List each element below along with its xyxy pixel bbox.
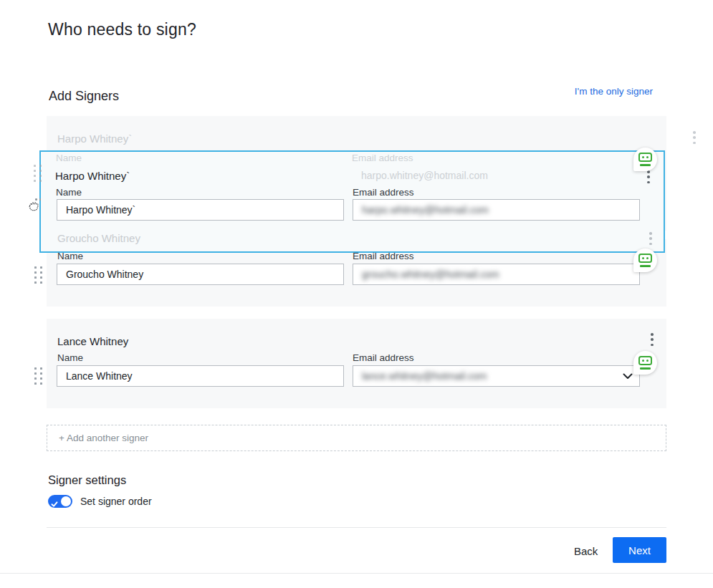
bottom-rule xyxy=(0,573,713,574)
add-signers-heading: Add Signers xyxy=(49,89,119,104)
add-another-signer-button[interactable]: + Add another signer xyxy=(47,425,666,451)
ghost-email-value: harpo.whitney@hotmail.com xyxy=(361,170,488,181)
only-signer-link[interactable]: I'm the only signer xyxy=(575,86,653,97)
redacted-email-text: lance.whitney@hotmail.com xyxy=(362,370,487,382)
name-label: Name xyxy=(57,352,83,363)
back-button[interactable]: Back xyxy=(570,542,602,560)
set-signer-order-row: Set signer order xyxy=(48,495,152,508)
toggle-knob xyxy=(61,496,71,506)
kebab-menu-icon[interactable] xyxy=(643,170,654,183)
roboform-autofill-icon[interactable] xyxy=(633,351,657,375)
signer-card-lance: Lance Whitney Name Email address lance.w… xyxy=(47,319,666,408)
ghost-email-label: Email address xyxy=(352,153,413,163)
next-button[interactable]: Next xyxy=(613,537,666,563)
kebab-menu-icon[interactable] xyxy=(647,333,657,346)
page-title: Who needs to sign? xyxy=(48,20,196,39)
ghost-name-label: Name xyxy=(56,153,82,163)
name-label: Name xyxy=(56,187,82,198)
email-label: Email address xyxy=(353,352,414,363)
signer-email-combobox[interactable]: lance.whitney@hotmail.com xyxy=(353,365,640,387)
roboform-autofill-icon[interactable] xyxy=(633,249,657,272)
drag-handle-icon[interactable] xyxy=(32,163,43,183)
drag-handle-icon[interactable] xyxy=(33,366,44,386)
grabbing-cursor-icon xyxy=(26,198,42,217)
who-needs-to-sign-page: Who needs to sign? Add Signers I'm the o… xyxy=(0,0,713,588)
drag-handle-icon[interactable] xyxy=(33,265,44,285)
signer-name-input[interactable] xyxy=(57,199,344,221)
ghost-signer-title: Harpo Whitney` xyxy=(57,132,132,145)
roboform-autofill-icon[interactable] xyxy=(633,148,657,171)
kebab-menu-icon[interactable] xyxy=(689,131,699,144)
check-icon xyxy=(51,498,58,511)
chevron-down-icon xyxy=(623,373,633,380)
redacted-email-text: groucho.whitney@hotmail.com xyxy=(362,269,499,280)
redacted-email-text: harpo.whitney@hotmail.com xyxy=(362,204,489,216)
email-label: Email address xyxy=(353,187,414,198)
footer-divider xyxy=(47,527,666,528)
set-signer-order-label: Set signer order xyxy=(80,496,152,507)
dragged-signer-card[interactable]: Name Email address harpo.whitney@hotmail… xyxy=(39,150,665,253)
set-signer-order-toggle[interactable] xyxy=(48,495,72,508)
ghost-next-signer-title: Groucho Whitney xyxy=(57,232,140,244)
signer-email-input[interactable]: harpo.whitney@hotmail.com xyxy=(353,199,640,221)
signer-title: Lance Whitney xyxy=(57,335,128,347)
signer-name-input[interactable] xyxy=(57,264,344,285)
signer-email-input[interactable]: groucho.whitney@hotmail.com xyxy=(353,264,640,285)
kebab-menu-icon[interactable] xyxy=(646,232,656,245)
dragged-signer-title: Harpo Whitney` xyxy=(55,170,130,182)
signer-settings-heading: Signer settings xyxy=(48,473,126,487)
signer-name-input[interactable] xyxy=(57,365,344,387)
